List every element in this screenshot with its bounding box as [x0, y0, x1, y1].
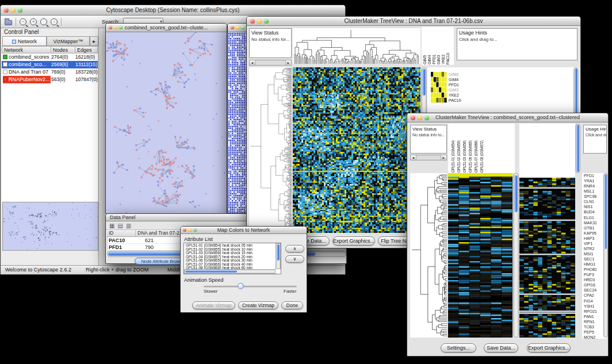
gene-label[interactable]: NTR2: [584, 246, 603, 251]
gene-label[interactable]: SPC98: [584, 194, 603, 199]
tree-hscrollbar[interactable]: ◀▶: [410, 155, 447, 160]
gene-label[interactable]: MON2: [584, 335, 603, 340]
open-session-icon[interactable]: [5, 20, 12, 25]
treeview-button[interactable]: Export Graphics...: [332, 236, 375, 246]
gene-label[interactable]: PFD1: [584, 173, 603, 178]
animate-vizmap-button[interactable]: Animate Vizmap: [192, 301, 235, 309]
gene-label[interactable]: RPO21: [584, 309, 603, 314]
zoom-in-icon[interactable]: +: [30, 18, 37, 25]
gene-label[interactable]: CPA2: [584, 293, 603, 298]
network-row[interactable]: DNA and Tran 07 769(0) 183728(0): [2, 68, 98, 76]
expression-heatmap[interactable]: [448, 173, 512, 338]
move-up-button[interactable]: ∧: [285, 245, 304, 252]
column-label[interactable]: GPL51-01 (GSM854): [451, 140, 455, 173]
expression-heatmap[interactable]: [293, 67, 420, 233]
column-label[interactable]: GIM3: [437, 55, 441, 64]
attribute-list-hscrollbar[interactable]: [184, 269, 276, 274]
network-row-selected[interactable]: combined_sco... 2569(6) 13112(15): [2, 61, 98, 68]
zoom-window-icon[interactable]: [18, 8, 22, 13]
gene-label[interactable]: SEC1: [584, 256, 603, 262]
gene-label[interactable]: PAN1: [584, 314, 603, 319]
tree-hscrollbar[interactable]: ◀▶: [249, 60, 292, 66]
zoom-out-icon[interactable]: −: [20, 18, 26, 25]
correlation-matrix[interactable]: [431, 72, 447, 103]
header-vscrollbar[interactable]: [575, 124, 580, 173]
zoom-window-icon[interactable]: [193, 228, 197, 232]
gene-label[interactable]: SEC24: [584, 288, 603, 293]
network-canvas[interactable]: [106, 32, 227, 213]
tab-vizmapper[interactable]: VizMapper™: [47, 36, 90, 46]
matrix-row-label[interactable]: PFD1: [449, 82, 472, 87]
heatmap-vscrollbar[interactable]: [513, 173, 519, 338]
column-label[interactable]: GPL51-06 (GSM865): [468, 140, 472, 173]
column-label[interactable]: PFD1: [432, 55, 436, 64]
move-down-button[interactable]: ∨: [285, 255, 304, 263]
attribute-db-icon[interactable]: ▥: [126, 221, 131, 229]
gene-label[interactable]: NIS1: [584, 204, 603, 209]
gene-label[interactable]: VIP1: [584, 241, 603, 246]
treeview-title-bar[interactable]: ClusterMaker TreeView : DNA and Tran 07-…: [247, 17, 580, 26]
done-button[interactable]: Done: [281, 301, 303, 309]
gene-label[interactable]: MSI1: [584, 251, 603, 256]
scroll-left-icon[interactable]: ◀: [250, 60, 255, 65]
gene-label[interactable]: PHO81: [584, 267, 603, 272]
animation-speed-slider-track[interactable]: [204, 286, 297, 288]
zoom-window-icon[interactable]: [241, 26, 244, 29]
close-icon[interactable]: [231, 26, 234, 29]
main-title-bar[interactable]: Cytoscape Desktop (Session Name: collins…: [1, 5, 345, 16]
matrix-row-label[interactable]: GIM5: [449, 72, 472, 77]
gene-label[interactable]: BUD4: [584, 209, 603, 214]
scroll-track[interactable]: [255, 60, 285, 65]
column-label[interactable]: GPL51-03 (GSM856): [462, 140, 466, 173]
gene-list-vscrollbar[interactable]: [603, 173, 608, 338]
column-header-edges[interactable]: Edges: [75, 46, 98, 53]
gene-label[interactable]: YRA1: [584, 178, 603, 183]
gene-label[interactable]: TCB3: [584, 324, 603, 329]
gene-label[interactable]: PUF3: [584, 272, 603, 277]
row-dendrogram[interactable]: [410, 173, 447, 338]
zoom-heatmap[interactable]: [519, 173, 575, 338]
scroll-right-icon[interactable]: ▶: [441, 155, 446, 160]
summary-vscrollbar[interactable]: [573, 67, 579, 117]
gene-label[interactable]: RPN1: [584, 319, 603, 324]
animation-speed-slider-thumb[interactable]: [238, 283, 244, 289]
treeview-title-bar[interactable]: ClusterMaker TreeView : combined_scores_…: [407, 113, 608, 122]
matrix-row-label[interactable]: PAC10: [449, 98, 472, 103]
minimize-icon[interactable]: [257, 19, 262, 24]
network-view-title-bar[interactable]: combined_scores_good.txt--cluste...: [106, 24, 227, 32]
gene-label[interactable]: MSL1: [584, 189, 603, 194]
gene-label[interactable]: HRD3: [584, 277, 603, 282]
matrix-row-label[interactable]: YKE2: [449, 93, 472, 98]
column-label[interactable]: YKE2: [441, 55, 445, 64]
zoom-fit-icon[interactable]: ▫: [51, 18, 58, 25]
close-icon[interactable]: [250, 19, 255, 24]
matrix-row-label[interactable]: GIM3: [449, 87, 472, 93]
gene-label[interactable]: HMG1: [584, 262, 603, 267]
treeview-button[interactable]: Settings...: [441, 343, 476, 352]
gene-label[interactable]: MAK31: [584, 220, 603, 225]
zoom-selected-icon[interactable]: ·: [40, 18, 47, 25]
scroll-right-icon[interactable]: ▶: [285, 60, 291, 65]
gene-label[interactable]: KAP95: [584, 231, 603, 236]
gene-label[interactable]: ELG1: [584, 215, 603, 220]
column-header-nodes[interactable]: Nodes: [51, 46, 75, 53]
matrix-row-label[interactable]: GIM4: [449, 77, 472, 82]
dialog-title-bar[interactable]: Map Colors to Network: [181, 227, 307, 234]
column-label[interactable]: GIM5: [423, 55, 427, 64]
column-label[interactable]: GPL51-07 (GSM866): [474, 140, 478, 173]
zoom-window-icon[interactable]: [119, 26, 123, 29]
gene-label[interactable]: HAP3: [584, 236, 603, 241]
attribute-list[interactable]: GPL51-01 (GSM854) heat shock 05 minGPL51…: [183, 243, 281, 274]
treeview-button[interactable]: Export Graphics...: [527, 343, 571, 352]
minimize-icon[interactable]: [236, 26, 239, 29]
select-attributes-icon[interactable]: ▦: [109, 221, 114, 229]
column-label[interactable]: PAC10: [446, 53, 450, 64]
row-dendrogram[interactable]: [249, 67, 292, 233]
scroll-left-icon[interactable]: ◀: [411, 155, 416, 160]
network-overview-thumbnail[interactable]: [2, 202, 98, 251]
network-row[interactable]: combined_scores 2764(0) 16218(0): [2, 53, 98, 61]
minimize-icon[interactable]: [114, 26, 117, 29]
close-icon[interactable]: [109, 26, 112, 29]
create-attribute-icon[interactable]: ▤: [117, 221, 123, 229]
column-header-network[interactable]: Network: [2, 46, 51, 53]
